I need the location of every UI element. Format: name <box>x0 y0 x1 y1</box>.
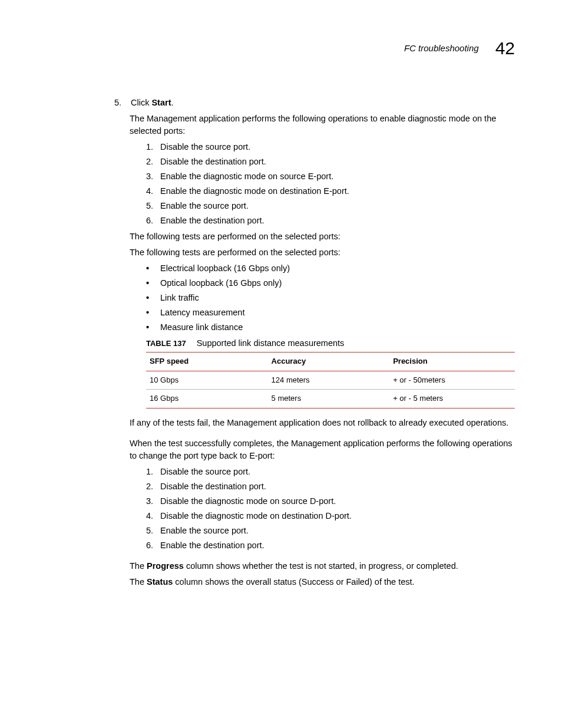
table-caption: TABLE 137Supported link distance measure… <box>146 337 515 350</box>
list-item: 4.Disable the diagnostic mode on destina… <box>146 510 515 522</box>
list-item: 2.Disable the destination port. <box>146 480 515 493</box>
disable-ops-list: 1.Disable the source port. 2.Disable the… <box>130 466 515 552</box>
list-item: 3.Disable the diagnostic mode on source … <box>146 495 515 508</box>
page: FC troubleshooting 42 5. Click Start. Th… <box>0 0 562 728</box>
step-5: 5. Click Start. <box>130 97 515 109</box>
table-row: 10 Gbps 124 meters + or - 50meters <box>146 371 515 390</box>
tests-intro-1: The following tests are performed on the… <box>130 230 515 243</box>
measurements-table: SFP speed Accuracy Precision 10 Gbps 124… <box>146 352 515 409</box>
col-sfp-speed: SFP speed <box>146 352 268 371</box>
list-item: 4.Enable the diagnostic mode on destinat… <box>146 185 515 197</box>
enable-ops-list: 1.Disable the source port. 2.Disable the… <box>130 141 515 227</box>
step-text: Click Start. <box>131 97 174 109</box>
step-number: 5. <box>113 97 131 109</box>
list-item: 1.Disable the source port. <box>146 466 515 478</box>
page-header: FC troubleshooting 42 <box>47 35 515 61</box>
tests-list: •Electrical loopback (16 Gbps only) •Opt… <box>130 262 515 334</box>
list-item: •Electrical loopback (16 Gbps only) <box>146 262 515 275</box>
list-item: •Measure link distance <box>146 321 515 334</box>
status-note: The Status column shows the overall stat… <box>130 576 515 588</box>
content-body: 5. Click Start. The Management applicati… <box>47 97 515 589</box>
list-item: •Latency measurement <box>146 307 515 319</box>
list-item: 5.Enable the source port. <box>146 525 515 537</box>
list-item: 6.Enable the destination port. <box>146 215 515 227</box>
list-item: 3.Enable the diagnostic mode on source E… <box>146 170 515 183</box>
list-item: 2.Disable the destination port. <box>146 156 515 168</box>
intro-paragraph: The Management application performs the … <box>130 113 515 137</box>
header-title: FC troubleshooting <box>404 42 479 55</box>
list-item: 6.Enable the destination port. <box>146 539 515 552</box>
chapter-number: 42 <box>495 35 515 61</box>
progress-note: The Progress column shows whether the te… <box>130 560 515 572</box>
success-note: When the test successfully completes, th… <box>130 437 515 462</box>
list-item: •Link traffic <box>146 292 515 304</box>
col-precision: Precision <box>389 352 515 371</box>
list-item: 1.Disable the source port. <box>146 141 515 153</box>
list-item: •Optical loopback (16 Gbps only) <box>146 277 515 289</box>
list-item: 5.Enable the source port. <box>146 200 515 212</box>
col-accuracy: Accuracy <box>268 352 390 371</box>
tests-intro-2: The following tests are performed on the… <box>130 246 515 259</box>
table-row: 16 Gbps 5 meters + or - 5 meters <box>146 390 515 409</box>
table-header-row: SFP speed Accuracy Precision <box>146 352 515 371</box>
fail-note: If any of the tests fail, the Management… <box>130 417 515 429</box>
